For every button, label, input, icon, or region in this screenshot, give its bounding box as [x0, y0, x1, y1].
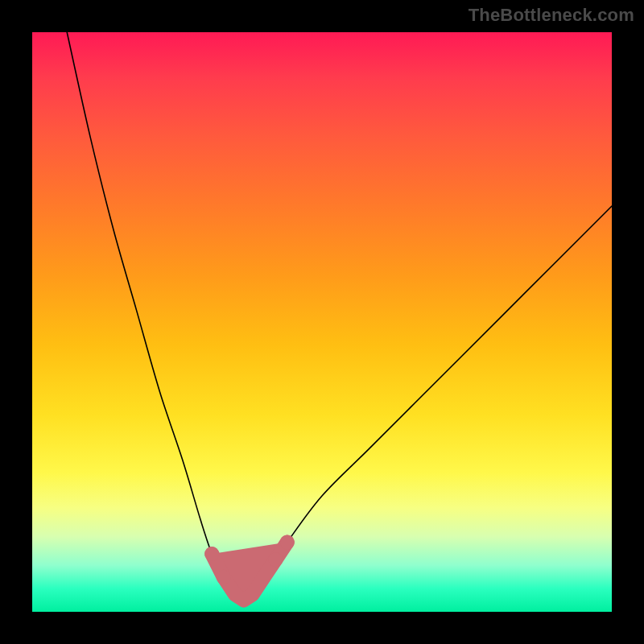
curve-path: [67, 32, 612, 601]
chart-frame: TheBottleneck.com: [0, 0, 644, 644]
watermark-text: TheBottleneck.com: [469, 5, 634, 26]
tip-marker-dot: [217, 570, 231, 584]
plot-area: [32, 32, 612, 612]
v-curve: [32, 32, 612, 612]
tip-marker-dot: [280, 535, 295, 550]
tip-marker-dot: [204, 547, 219, 561]
tip-marker-dot: [268, 552, 283, 567]
